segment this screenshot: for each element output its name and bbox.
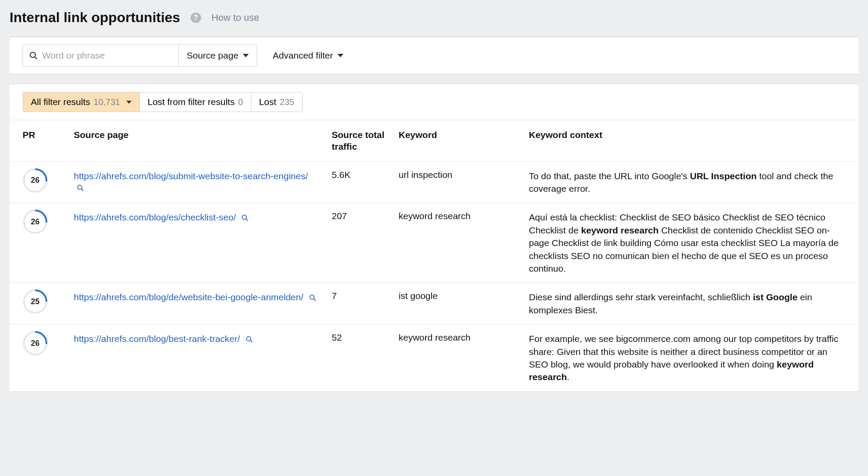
inspect-icon[interactable] bbox=[309, 293, 317, 304]
search-group: Source page bbox=[23, 44, 257, 67]
keyword-context: Aquí está la checklist: Checklist de SEO… bbox=[529, 212, 838, 273]
chevron-down-icon bbox=[243, 54, 249, 57]
results-table: PR Source page Source total traffic Keyw… bbox=[10, 120, 858, 391]
col-context[interactable]: Keyword context bbox=[522, 120, 858, 162]
table-row: 26 https://ahrefs.com/blog/best-rank-tra… bbox=[10, 325, 858, 391]
how-to-use-link[interactable]: How to use bbox=[211, 12, 259, 23]
segment-lost-filter[interactable]: Lost from filter results 0 bbox=[140, 92, 251, 112]
page-title: Internal link opportunities bbox=[10, 10, 180, 26]
pr-badge: 25 bbox=[23, 289, 48, 314]
help-icon[interactable]: ? bbox=[191, 13, 201, 23]
source-link[interactable]: https://ahrefs.com/blog/de/website-bei-g… bbox=[74, 292, 304, 302]
pr-badge: 26 bbox=[23, 331, 48, 356]
segment-wrap: All filter results 10,731 Lost from filt… bbox=[10, 84, 858, 112]
col-pr[interactable]: PR bbox=[10, 120, 67, 162]
traffic-value: 7 bbox=[325, 283, 392, 325]
inspect-icon[interactable] bbox=[245, 335, 253, 345]
segment-all[interactable]: All filter results 10,731 bbox=[23, 92, 140, 112]
chevron-down-icon bbox=[337, 54, 343, 57]
results-section: All filter results 10,731 Lost from filt… bbox=[10, 84, 858, 392]
traffic-value: 207 bbox=[325, 203, 392, 283]
inspect-icon[interactable] bbox=[76, 184, 84, 194]
search-icon bbox=[29, 51, 38, 60]
segment-lost[interactable]: Lost 235 bbox=[251, 92, 302, 112]
search-mode-dropdown[interactable]: Source page bbox=[178, 45, 257, 66]
table-header-row: PR Source page Source total traffic Keyw… bbox=[10, 120, 858, 162]
svg-point-0 bbox=[30, 53, 36, 58]
pr-value: 25 bbox=[23, 289, 48, 314]
traffic-value: 52 bbox=[325, 325, 392, 391]
traffic-value: 5.6K bbox=[325, 161, 392, 203]
svg-point-9 bbox=[310, 295, 314, 299]
svg-point-12 bbox=[246, 337, 251, 341]
col-traffic[interactable]: Source total traffic bbox=[325, 120, 392, 162]
keyword-context: To do that, paste the URL into Google's … bbox=[529, 171, 833, 194]
search-mode-label: Source page bbox=[187, 50, 238, 61]
segment-lost-filter-label: Lost from filter results bbox=[148, 97, 235, 107]
segment-lost-filter-count: 0 bbox=[238, 97, 243, 107]
pr-value: 26 bbox=[23, 168, 48, 193]
page-header: Internal link opportunities ? How to use bbox=[10, 10, 858, 26]
keyword-value: ist google bbox=[392, 283, 522, 325]
table-row: 26 https://ahrefs.com/blog/submit-websit… bbox=[10, 161, 858, 203]
chevron-down-icon bbox=[126, 101, 132, 104]
keyword-context: For example, we see bigcommerce.com amon… bbox=[529, 334, 838, 382]
segment-lost-label: Lost bbox=[259, 97, 277, 107]
svg-point-3 bbox=[78, 185, 82, 190]
col-source[interactable]: Source page bbox=[67, 120, 325, 162]
advanced-filter-dropdown[interactable]: Advanced filter bbox=[273, 50, 343, 61]
segment-all-count: 10,731 bbox=[94, 97, 120, 107]
pr-badge: 26 bbox=[23, 209, 48, 234]
filter-panel: Source page Advanced filter bbox=[10, 37, 858, 74]
keyword-value: keyword research bbox=[392, 203, 522, 283]
segment-all-label: All filter results bbox=[31, 97, 90, 107]
table-row: 25 https://ahrefs.com/blog/de/website-be… bbox=[10, 283, 858, 325]
inspect-icon[interactable] bbox=[241, 213, 249, 224]
keyword-value: url inspection bbox=[392, 161, 522, 203]
segment-lost-count: 235 bbox=[280, 97, 294, 107]
keyword-context: Diese sind allerdings sehr stark vereinf… bbox=[529, 292, 812, 315]
pr-badge: 26 bbox=[23, 168, 48, 193]
keyword-value: keyword research bbox=[392, 325, 522, 391]
source-link[interactable]: https://ahrefs.com/blog/es/checklist-seo… bbox=[74, 212, 236, 222]
segment-control: All filter results 10,731 Lost from filt… bbox=[23, 92, 303, 112]
source-link[interactable]: https://ahrefs.com/blog/submit-website-t… bbox=[74, 171, 308, 181]
search-input[interactable] bbox=[42, 50, 173, 61]
search-wrap bbox=[23, 45, 178, 66]
col-keyword[interactable]: Keyword bbox=[392, 120, 522, 162]
table-row: 26 https://ahrefs.com/blog/es/checklist-… bbox=[10, 203, 858, 283]
svg-point-6 bbox=[242, 215, 247, 220]
pr-value: 26 bbox=[23, 331, 48, 356]
advanced-filter-label: Advanced filter bbox=[273, 50, 333, 61]
source-link[interactable]: https://ahrefs.com/blog/best-rank-tracke… bbox=[74, 334, 240, 344]
pr-value: 26 bbox=[23, 209, 48, 234]
